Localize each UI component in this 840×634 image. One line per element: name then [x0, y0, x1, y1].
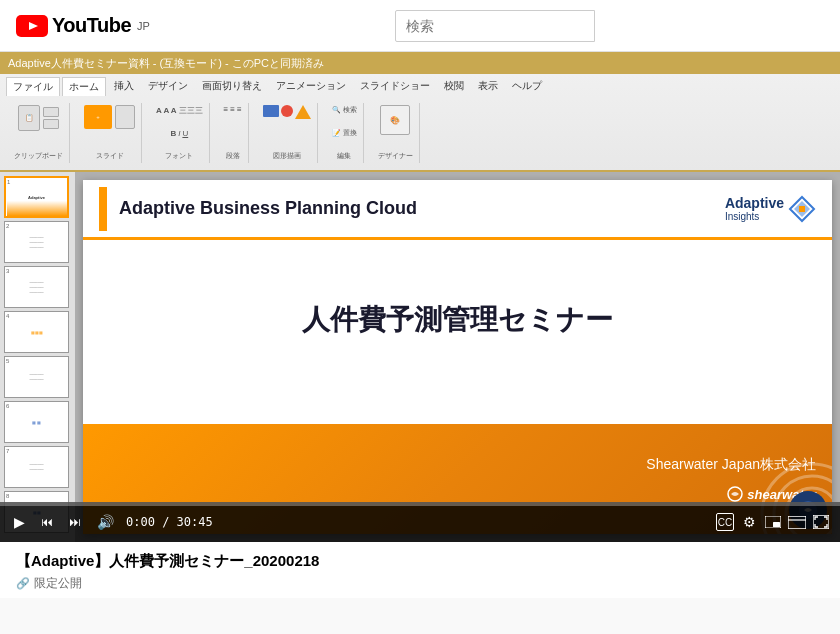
slide-thumbnails: 1 Adaptive 2 ─────────────── 3 ─────────…: [0, 172, 75, 542]
ribbon-group-drawing: 図形描画: [257, 103, 318, 163]
ribbon-group-designer: 🎨 デザイナー: [372, 103, 420, 163]
time-display: 0:00 / 30:45: [126, 515, 213, 529]
ribbon-tab-home[interactable]: ファイル: [6, 77, 60, 96]
slide-thumb-1[interactable]: 1 Adaptive: [4, 176, 69, 218]
video-privacy: 🔗 限定公開: [16, 575, 824, 592]
adaptive-logo: Adaptive Insights: [725, 195, 816, 223]
progress-bar-container[interactable]: [0, 502, 840, 506]
slide-header: Adaptive Business Planning Cloud Adaptiv…: [83, 180, 832, 240]
slide-main-title: Adaptive Business Planning Cloud: [119, 198, 417, 219]
ribbon-tab-insert[interactable]: ホーム: [62, 77, 106, 96]
shearwater-logo-icon: [727, 486, 743, 502]
ppt-body: 1 Adaptive 2 ─────────────── 3 ─────────…: [0, 172, 840, 542]
svg-rect-9: [788, 516, 806, 529]
ribbon-content: 📋 クリップボード + スライド: [0, 96, 840, 170]
slide-thumb-4[interactable]: 4 ▦▦▦: [4, 311, 69, 353]
slide-body: 人件費予測管理セミナー: [83, 240, 832, 400]
ppt-title-text: Adaptive人件費セミナー資料 - (互換モード) - このPCと同期済み: [8, 56, 324, 71]
settings-button[interactable]: ⚙: [740, 513, 758, 531]
video-player: Adaptive人件費セミナー資料 - (互換モード) - このPCと同期済み …: [0, 52, 840, 542]
video-controls: ▶ ⏮ ⏭ 🔊 0:00 / 30:45 CC ⚙: [0, 502, 840, 542]
ribbon-group-editing: 🔍 検索 📝 置換 編集: [326, 103, 364, 163]
slide-thumb-5[interactable]: 5 ──────────: [4, 356, 69, 398]
ribbon-tab-view[interactable]: 校閲: [438, 77, 470, 96]
right-controls: CC ⚙: [716, 513, 830, 531]
ribbon-tab-transitions[interactable]: デザイン: [142, 77, 194, 96]
adaptive-insights-icon: [788, 195, 816, 223]
slide-content: Adaptive人件費セミナー資料 - (互換モード) - このPCと同期済み …: [0, 52, 840, 542]
slide-thumb-7[interactable]: 7 ──────────: [4, 446, 69, 488]
ribbon-tab-animations[interactable]: 画面切り替え: [196, 77, 268, 96]
time-current: 0:00: [126, 515, 155, 529]
captions-button[interactable]: CC: [716, 513, 734, 531]
privacy-label: 限定公開: [34, 575, 82, 592]
play-button[interactable]: ▶: [10, 512, 29, 532]
adaptive-sub-text: Insights: [725, 211, 784, 222]
ribbon-group-paragraph: ≡ ≡ ≡ 段落: [218, 103, 249, 163]
miniplayer-button[interactable]: [764, 513, 782, 531]
fullscreen-button[interactable]: [812, 513, 830, 531]
next-button[interactable]: ⏭: [65, 513, 85, 531]
youtube-logo[interactable]: YouTube JP: [16, 14, 150, 37]
ribbon-tabs: ファイル ホーム 挿入 デザイン 画面切り替え アニメーション スライドショー …: [0, 74, 840, 96]
youtube-suffix: JP: [137, 20, 150, 32]
youtube-wordmark: YouTube: [52, 14, 131, 37]
theater-button[interactable]: [788, 513, 806, 531]
search-input[interactable]: [395, 10, 595, 42]
adaptive-brand-text: Adaptive: [725, 195, 784, 211]
slide-thumb-3[interactable]: 3 ───────────────: [4, 266, 69, 308]
slide-subtitle: 人件費予測管理セミナー: [302, 301, 613, 339]
slide-thumb-2[interactable]: 2 ───────────────: [4, 221, 69, 263]
svg-rect-8: [773, 522, 780, 527]
volume-button[interactable]: 🔊: [93, 512, 118, 532]
slide-accent-bar: [99, 187, 107, 231]
search-bar: [395, 10, 595, 42]
main-slide: Adaptive Business Planning Cloud Adaptiv…: [83, 180, 832, 534]
ribbon-group-font: A A A 三三三 B I U フォント: [150, 103, 210, 163]
ribbon-tab-extra[interactable]: ヘルプ: [506, 77, 548, 96]
ribbon-tab-help[interactable]: 表示: [472, 77, 504, 96]
ppt-title-bar: Adaptive人件費セミナー資料 - (互換モード) - このPCと同期済み: [0, 52, 840, 74]
video-title: 【Adaptive】人件費予測セミナー_20200218: [16, 552, 824, 571]
time-total: 30:45: [177, 515, 213, 529]
slide-thumb-6[interactable]: 6 ▦ ▦: [4, 401, 69, 443]
ribbon-tab-design[interactable]: 挿入: [108, 77, 140, 96]
header: YouTube JP: [0, 0, 840, 52]
ppt-ribbon: ファイル ホーム 挿入 デザイン 画面切り替え アニメーション スライドショー …: [0, 74, 840, 172]
youtube-icon: [16, 15, 48, 37]
ribbon-tab-review[interactable]: スライドショー: [354, 77, 436, 96]
prev-button[interactable]: ⏮: [37, 513, 57, 531]
ribbon-tab-slideshow[interactable]: アニメーション: [270, 77, 352, 96]
ribbon-group-clipboard: 📋 クリップボード: [8, 103, 70, 163]
privacy-icon: 🔗: [16, 577, 30, 590]
ribbon-group-slides: + スライド: [78, 103, 142, 163]
below-video: 【Adaptive】人件費予測セミナー_20200218 🔗 限定公開: [0, 542, 840, 598]
